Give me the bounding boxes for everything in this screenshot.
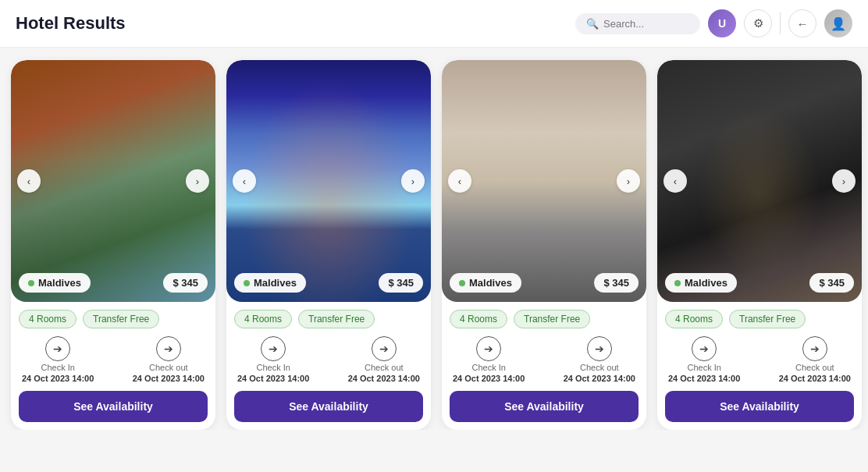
- checkout-item: ➔ Check out 24 Oct 2023 14:00: [133, 336, 205, 383]
- checkout-icon: ➔: [587, 336, 612, 361]
- hotel-image: [442, 60, 646, 302]
- location-badge: Maldives: [450, 273, 521, 293]
- see-availability-button[interactable]: See Availability: [665, 391, 854, 422]
- checkin-row: ➔ Check In 24 Oct 2023 14:00 ➔ Check out…: [442, 333, 646, 388]
- price-badge: $ 345: [163, 273, 208, 293]
- checkout-item: ➔ Check out 24 Oct 2023 14:00: [779, 336, 851, 383]
- rooms-tag: 4 Rooms: [234, 310, 292, 328]
- next-image-button[interactable]: ›: [832, 169, 856, 193]
- checkin-row: ➔ Check In 24 Oct 2023 14:00 ➔ Check out…: [226, 333, 431, 388]
- location-text: Maldives: [38, 277, 81, 289]
- location-dot-icon: [244, 280, 250, 286]
- next-image-button[interactable]: ›: [617, 169, 640, 193]
- checkin-row: ➔ Check In 24 Oct 2023 14:00 ➔ Check out…: [11, 333, 215, 388]
- checkin-icon: ➔: [45, 336, 70, 361]
- location-text: Maldives: [469, 277, 512, 289]
- location-badge: Maldives: [234, 273, 306, 293]
- page-title: Hotel Results: [16, 13, 126, 34]
- checkout-label: Check out: [795, 363, 834, 372]
- next-image-button[interactable]: ›: [401, 169, 425, 193]
- card-tags: 4 Rooms Transfer Free: [657, 302, 862, 333]
- rooms-tag: 4 Rooms: [450, 310, 507, 328]
- checkin-label: Check In: [41, 363, 74, 372]
- location-dot-icon: [674, 280, 681, 286]
- header: Hotel Results 🔍 U ⚙ ← 👤: [0, 0, 868, 48]
- checkout-date: 24 Oct 2023 14:00: [348, 374, 420, 383]
- hotel-cards-container: ‹ › Maldives $ 345 4 Rooms Transfer Free…: [0, 48, 868, 430]
- checkin-icon: ➔: [261, 336, 286, 361]
- checkin-item: ➔ Check In 24 Oct 2023 14:00: [453, 336, 525, 383]
- card-tags: 4 Rooms Transfer Free: [226, 302, 431, 333]
- hotel-card-3: ‹ › Maldives $ 345 4 Rooms Transfer Free…: [442, 60, 646, 430]
- see-availability-button[interactable]: See Availability: [450, 391, 639, 422]
- hotel-image: [657, 60, 862, 302]
- checkout-icon: ➔: [802, 336, 827, 361]
- location-text: Maldives: [685, 277, 727, 289]
- rooms-tag: 4 Rooms: [665, 310, 723, 328]
- back-button[interactable]: ←: [788, 9, 816, 37]
- checkout-item: ➔ Check out 24 Oct 2023 14:00: [348, 336, 420, 383]
- checkout-item: ➔ Check out 24 Oct 2023 14:00: [564, 336, 635, 383]
- checkin-date: 24 Oct 2023 14:00: [453, 374, 525, 383]
- back-arrow-icon: ←: [797, 17, 809, 30]
- hotel-image-wrapper: ‹ › Maldives $ 345: [226, 60, 431, 302]
- checkin-item: ➔ Check In 24 Oct 2023 14:00: [668, 336, 740, 383]
- see-availability-button[interactable]: See Availability: [234, 391, 423, 422]
- checkout-icon: ➔: [372, 336, 397, 361]
- checkin-label: Check In: [471, 363, 505, 372]
- checkin-label: Check In: [256, 363, 290, 372]
- card-badges: Maldives $ 345: [665, 273, 854, 293]
- price-badge: $ 345: [594, 273, 639, 293]
- checkout-label: Check out: [580, 363, 619, 372]
- prev-image-button[interactable]: ‹: [17, 169, 41, 193]
- hotel-card-2: ‹ › Maldives $ 345 4 Rooms Transfer Free…: [226, 60, 431, 430]
- checkout-label: Check out: [365, 363, 404, 372]
- search-input[interactable]: [603, 18, 689, 30]
- user-icon: 👤: [831, 16, 846, 31]
- prev-image-button[interactable]: ‹: [448, 169, 471, 193]
- transfer-tag: Transfer Free: [729, 310, 806, 328]
- checkin-icon: ➔: [692, 336, 717, 361]
- checkin-icon: ➔: [476, 336, 501, 361]
- checkin-row: ➔ Check In 24 Oct 2023 14:00 ➔ Check out…: [657, 333, 862, 388]
- card-badges: Maldives $ 345: [19, 273, 208, 293]
- transfer-tag: Transfer Free: [83, 310, 159, 328]
- search-bar[interactable]: 🔍: [575, 13, 700, 34]
- prev-image-button[interactable]: ‹: [233, 169, 256, 193]
- transfer-tag: Transfer Free: [514, 310, 590, 328]
- transfer-tag: Transfer Free: [298, 310, 375, 328]
- hotel-image-wrapper: ‹ › Maldives $ 345: [442, 60, 646, 302]
- see-availability-button[interactable]: See Availability: [19, 391, 208, 422]
- card-badges: Maldives $ 345: [234, 273, 423, 293]
- checkout-date: 24 Oct 2023 14:00: [133, 374, 205, 383]
- filter-button[interactable]: ⚙: [744, 9, 772, 37]
- location-badge: Maldives: [19, 273, 91, 293]
- hotel-image: [226, 60, 431, 302]
- divider: [780, 12, 781, 34]
- checkout-label: Check out: [149, 363, 188, 372]
- rooms-tag: 4 Rooms: [19, 310, 76, 328]
- avatar[interactable]: U: [708, 9, 736, 37]
- location-dot-icon: [28, 280, 34, 286]
- card-badges: Maldives $ 345: [450, 273, 639, 293]
- checkout-date: 24 Oct 2023 14:00: [564, 374, 635, 383]
- hotel-card-1: ‹ › Maldives $ 345 4 Rooms Transfer Free…: [11, 60, 215, 430]
- checkin-date: 24 Oct 2023 14:00: [668, 374, 740, 383]
- card-tags: 4 Rooms Transfer Free: [442, 302, 646, 333]
- prev-image-button[interactable]: ‹: [663, 169, 687, 193]
- search-icon: 🔍: [586, 18, 599, 30]
- checkout-icon: ➔: [156, 336, 181, 361]
- checkout-date: 24 Oct 2023 14:00: [779, 374, 851, 383]
- location-badge: Maldives: [665, 273, 737, 293]
- header-controls: 🔍 U ⚙ ← 👤: [575, 9, 852, 37]
- filter-icon: ⚙: [753, 16, 763, 30]
- price-badge: $ 345: [379, 273, 423, 293]
- next-image-button[interactable]: ›: [186, 169, 209, 193]
- card-tags: 4 Rooms Transfer Free: [11, 302, 215, 333]
- user-avatar[interactable]: 👤: [824, 9, 852, 37]
- checkin-label: Check In: [687, 363, 720, 372]
- hotel-card-4: ‹ › Maldives $ 345 4 Rooms Transfer Free…: [657, 60, 862, 430]
- checkin-item: ➔ Check In 24 Oct 2023 14:00: [22, 336, 94, 383]
- hotel-image-wrapper: ‹ › Maldives $ 345: [11, 60, 215, 302]
- location-dot-icon: [459, 280, 465, 286]
